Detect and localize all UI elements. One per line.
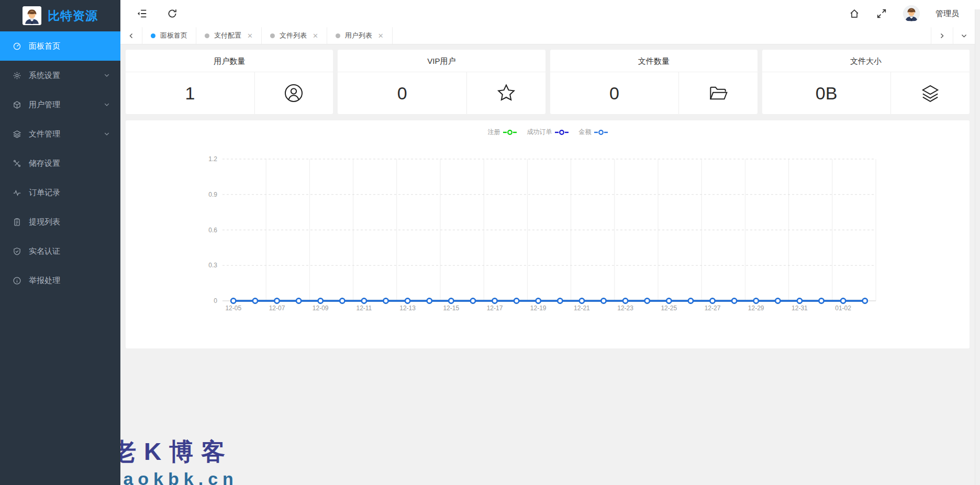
stat-card-title: 文件数量 [550, 50, 758, 72]
sidebar-item-storage-settings[interactable]: 储存设置 [0, 149, 120, 178]
tab-status-dot [270, 33, 275, 38]
sidebar-item-order-records[interactable]: 订单记录 [0, 178, 120, 207]
user-avatar[interactable] [903, 5, 920, 22]
close-icon[interactable]: ✕ [378, 32, 384, 39]
legend-item[interactable]: 注册 [488, 128, 517, 137]
stat-card-value: 0 [550, 72, 679, 114]
stat-card-file-count: 文件数量 0 [550, 50, 758, 114]
gear-icon [13, 71, 21, 80]
tab-label: 文件列表 [280, 31, 307, 40]
svg-text:12-21: 12-21 [574, 304, 590, 312]
sidebar-item-dashboard[interactable]: 面板首页 [0, 31, 120, 61]
tabs-scroll-right-button[interactable] [931, 27, 953, 44]
svg-text:0.6: 0.6 [208, 227, 217, 234]
tab-label: 支付配置 [214, 31, 241, 40]
cube-icon [13, 100, 21, 109]
tab-status-dot [205, 33, 209, 38]
topbar-right: 管理员 [849, 5, 959, 22]
admin-name[interactable]: 管理员 [936, 9, 959, 19]
layers-icon [13, 130, 21, 139]
topbar-left [136, 8, 178, 19]
sidebar-item-label: 面板首页 [29, 41, 60, 51]
sidebar-item-real-name-auth[interactable]: 实名认证 [0, 236, 120, 266]
dashboard-icon [13, 42, 21, 51]
svg-text:01-02: 01-02 [835, 304, 851, 312]
close-icon[interactable]: ✕ [247, 32, 253, 39]
stat-card-value: 0 [338, 72, 466, 114]
fullscreen-icon[interactable] [876, 8, 887, 19]
tab-payment-config[interactable]: 支付配置 ✕ [196, 27, 262, 44]
stat-card-vip-users: VIP用户 0 [338, 50, 545, 114]
watermark-title: 老K博客 [112, 436, 233, 468]
svg-text:12-07: 12-07 [269, 304, 285, 312]
chevron-down-icon [104, 72, 110, 78]
star-icon [467, 72, 545, 114]
tab-label: 用户列表 [345, 31, 372, 40]
home-icon[interactable] [849, 8, 860, 19]
sidebar-item-system-settings[interactable]: 系统设置 [0, 61, 120, 90]
svg-text:0.9: 0.9 [208, 191, 217, 198]
sidebar-item-user-management[interactable]: 用户管理 [0, 90, 120, 119]
tab-dashboard[interactable]: 面板首页 [142, 27, 196, 44]
svg-text:12-19: 12-19 [530, 304, 547, 312]
sidebar: 比特资源 面板首页 系统设置 [0, 0, 120, 485]
tab-status-dot [151, 33, 155, 38]
tools-icon [13, 159, 21, 168]
legend-marker-icon [555, 130, 569, 135]
svg-text:0.3: 0.3 [208, 262, 217, 269]
legend-label: 成功订单 [527, 128, 552, 137]
svg-text:12-05: 12-05 [225, 304, 241, 312]
user-circle-icon [255, 72, 333, 114]
sidebar-item-file-management[interactable]: 文件管理 [0, 119, 120, 149]
brand-avatar [23, 6, 41, 25]
svg-text:12-17: 12-17 [487, 304, 503, 312]
svg-text:12-31: 12-31 [792, 304, 808, 312]
svg-text:12-25: 12-25 [661, 304, 677, 312]
sidebar-item-report-handling[interactable]: 举报处理 [0, 266, 120, 295]
chevron-down-icon [104, 131, 110, 137]
chevron-down-icon [104, 101, 110, 108]
svg-text:12-23: 12-23 [617, 304, 633, 312]
tabbar-spacer [393, 27, 931, 44]
sidebar-item-withdrawal-list[interactable]: 提现列表 [0, 207, 120, 236]
shield-check-icon [13, 247, 21, 256]
sidebar-item-label: 提现列表 [29, 217, 60, 227]
folder-open-icon [679, 72, 758, 114]
svg-text:1.2: 1.2 [208, 155, 217, 163]
topbar: 管理员 [120, 0, 980, 27]
legend-label: 金额 [579, 128, 592, 137]
stat-card-file-size: 文件大小 0B [762, 50, 970, 114]
tabs-menu-button[interactable] [953, 27, 975, 44]
cartoon-avatar-icon [903, 5, 920, 22]
pulse-icon [13, 188, 21, 197]
sidebar-item-label: 订单记录 [29, 188, 60, 198]
vertical-scrollbar[interactable] [975, 9, 980, 485]
svg-text:12-13: 12-13 [399, 304, 416, 312]
chart-panel: 注册成功订单金额 00.30.60.91.212-0512-0712-0912-… [126, 120, 970, 348]
legend-marker-icon [503, 130, 517, 135]
sidebar-menu: 面板首页 系统设置 用户管理 [0, 31, 120, 295]
sidebar-item-label: 实名认证 [29, 246, 60, 256]
sidebar-item-label: 系统设置 [29, 71, 60, 81]
stat-card-value: 1 [126, 72, 254, 114]
brand-name: 比特资源 [48, 8, 98, 24]
close-icon[interactable]: ✕ [313, 32, 318, 39]
tab-user-list[interactable]: 用户列表 ✕ [327, 27, 393, 44]
sidebar-item-label: 储存设置 [29, 159, 60, 168]
legend-marker-icon [594, 130, 608, 135]
info-circle-icon [13, 276, 21, 285]
stat-card-title: 用户数量 [126, 50, 333, 72]
tab-label: 面板首页 [160, 31, 187, 40]
tabbar: 面板首页 支付配置 ✕ 文件列表 ✕ 用户列表 ✕ [120, 27, 975, 44]
legend-item[interactable]: 成功订单 [527, 128, 569, 137]
refresh-icon[interactable] [166, 8, 178, 19]
legend-item[interactable]: 金额 [579, 128, 608, 137]
clipboard-icon [13, 218, 21, 227]
tabs-scroll-left-button[interactable] [120, 27, 142, 44]
app-window: 比特资源 面板首页 系统设置 [0, 0, 980, 485]
tab-file-list[interactable]: 文件列表 ✕ [262, 27, 327, 44]
collapse-sidebar-icon[interactable] [136, 8, 148, 19]
svg-text:12-29: 12-29 [748, 304, 764, 312]
sidebar-item-label: 用户管理 [29, 100, 60, 110]
sidebar-item-label: 举报处理 [29, 276, 60, 286]
